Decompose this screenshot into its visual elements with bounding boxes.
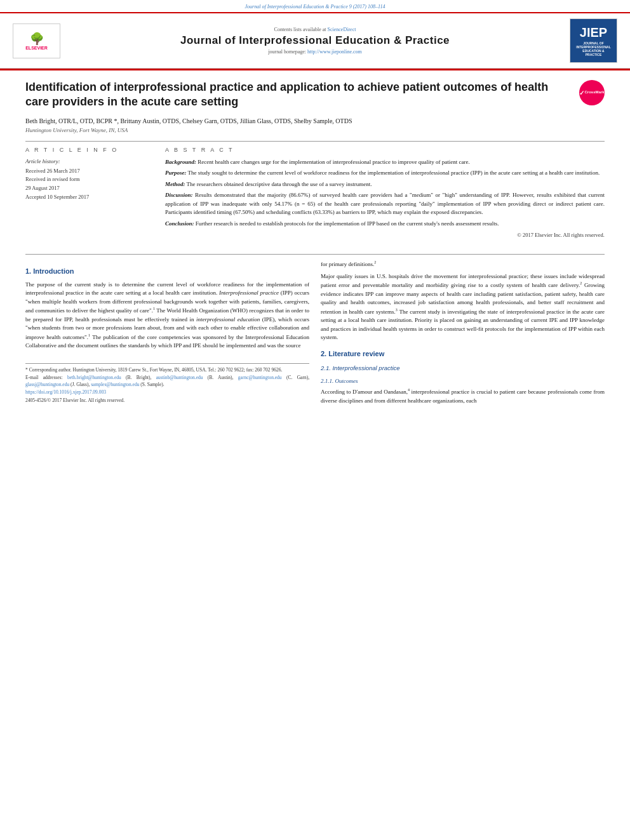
background-text: Recent health care changes urge for the … [196,159,470,165]
info-abstract-section: A R T I C L E I N F O Article history: R… [25,147,605,245]
footnote-doi: https://doi.org/10.1016/j.xjep.2017.09.0… [25,389,309,396]
section2-heading: 2. Literature review [321,349,605,359]
section1-col2-intro: for primary definitions.2 [321,260,605,269]
method-label: Method: [165,181,185,187]
article-body: 1. Introduction The purpose of the curre… [25,260,605,408]
section2-sub2: 2.1.1. Outcomes [321,377,605,386]
body-col-right: for primary definitions.2 Major quality … [321,260,605,408]
footnote-star: * Corresponding author. Huntington Unive… [25,367,309,374]
article-dates: Received 26 March 2017 Received in revis… [25,167,152,201]
journal-homepage: journal homepage: http://www.jieponline.… [70,49,560,55]
institution-text: Huntington University, Fort Wayne, IN, U… [25,127,605,133]
jiep-label: JIEP [580,25,607,40]
article-info-col: A R T I C L E I N F O Article history: R… [25,147,152,245]
body-col-left: 1. Introduction The purpose of the curre… [25,260,309,408]
homepage-url[interactable]: http://www.jieponline.com [307,49,362,55]
journal-header: 🌳 ELSEVIER Contents lists available at S… [0,12,630,69]
accepted-date: Accepted 10 September 2017 [25,193,152,202]
method-text: The researchers obtained descriptive dat… [185,181,372,187]
copyright-line: © 2017 Elsevier Inc. All rights reserved… [165,232,605,238]
red-divider [0,69,630,70]
sciencedirect-link[interactable]: ScienceDirect [328,27,356,32]
abstract-background: Background: Recent health care changes u… [165,158,605,167]
background-label: Background: [165,159,196,165]
footer-notes: * Corresponding author. Huntington Unive… [25,363,309,404]
journal-header-center: Contents lists available at ScienceDirec… [70,27,560,55]
footnote-emails: E-mail addresses: beth.bright@huntington… [25,375,309,388]
jiep-logo: JIEP JOURNAL OFINTERPROFESSIONALEDUCATIO… [570,18,617,63]
page-wrapper: Journal of Interprofessional Education &… [0,0,630,840]
top-ref-text: Journal of Interprofessional Education &… [245,4,385,10]
elsevier-tree-icon: 🌳 [30,32,44,46]
article-title-area: Identification of interprofessional prac… [25,80,605,110]
footnote-star-text: * Corresponding author. Huntington Unive… [25,367,282,373]
email-label: E-mail addresses: [25,375,63,380]
doi-link[interactable]: https://doi.org/10.1016/j.xjep.2017.09.0… [25,389,106,395]
abstract-method: Method: The researchers obtained descrip… [165,180,605,189]
section2-sub1: 2.1. Interprofessional practice [321,364,605,373]
sciencedirect-line: Contents lists available at ScienceDirec… [70,27,560,32]
elsevier-label: ELSEVIER [25,46,48,50]
discussion-text: Results demonstrated that the majority (… [165,192,605,215]
authors-line: Beth Bright, OTR/L, OTD, BCPR *, Brittan… [25,117,605,124]
article-info-header: A R T I C L E I N F O [25,147,152,153]
abstract-conclusion: Conclusion: Further research is needed t… [165,220,605,229]
main-content: Identification of interprofessional prac… [0,80,630,408]
section1-heading: 1. Introduction [25,266,309,277]
received-date: Received 26 March 2017 [25,167,152,176]
section-divider-1 [25,141,605,142]
section2-col2-para: According to D'amour and Oandasan,4 inte… [321,387,605,405]
journal-ref-line: Journal of Interprofessional Education &… [0,0,630,12]
authors-text: Beth Bright, OTR/L, OTD, BCPR *, Brittan… [25,117,352,124]
history-label: Article history: [25,158,152,164]
homepage-label: journal homepage: [268,49,306,55]
conclusion-label: Conclusion: [165,220,194,227]
abstract-discussion: Discussion: Results demonstrated that th… [165,191,605,217]
crossmark-badge: ✓CrossMark [579,80,605,105]
elsevier-logo: 🌳 ELSEVIER [13,23,60,58]
jiep-logo-area: JIEP JOURNAL OFINTERPROFESSIONALEDUCATIO… [560,18,617,63]
issn-text: 2405-4526/© 2017 Elsevier Inc. All right… [25,397,309,404]
elsevier-logo-area: 🌳 ELSEVIER [13,23,70,58]
abstract-purpose: Purpose: The study sought to determine t… [165,169,605,178]
purpose-label: Purpose: [165,170,187,176]
revised-date: 29 August 2017 [25,184,152,193]
purpose-text: The study sought to determine the curren… [187,170,600,176]
contents-label: Contents lists available at [274,27,326,32]
journal-title: Journal of Interprofessional Education &… [70,34,560,47]
section-divider-2 [25,254,605,255]
abstract-col: A B S T R A C T Background: Recent healt… [165,147,605,245]
article-title-text: Identification of interprofessional prac… [25,80,573,110]
conclusion-text: Further research is needed to establish … [194,220,499,227]
section1-col2-para: Major quality issues in U.S. hospitals d… [321,272,605,342]
section1-para1: The purpose of the current study is to d… [25,281,309,350]
abstract-text: Background: Recent health care changes u… [165,158,605,229]
discussion-label: Discussion: [165,192,193,198]
received-revised-label: Received in revised form [25,175,152,184]
abstract-header: A B S T R A C T [165,147,605,153]
